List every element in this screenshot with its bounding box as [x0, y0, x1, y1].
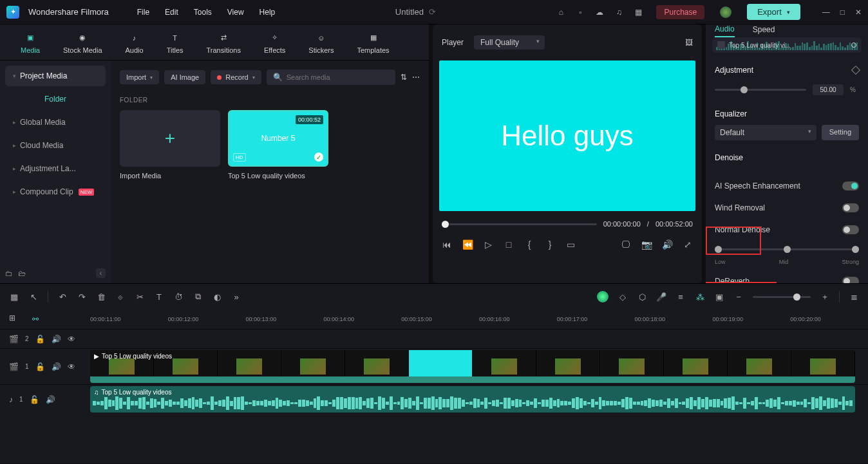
window-maximize[interactable]: □	[840, 8, 845, 17]
lock-icon[interactable]: 🔓	[35, 335, 45, 344]
display-icon[interactable]: 🖵	[621, 239, 631, 250]
stop-icon[interactable]: □	[504, 239, 514, 250]
zoom-out-icon[interactable]: −	[733, 292, 744, 302]
camera-icon[interactable]: 📷	[641, 239, 652, 250]
tab-media[interactable]: ▣Media	[9, 31, 52, 54]
menu-edit[interactable]: Edit	[165, 8, 178, 17]
undo-icon[interactable]: ↶	[57, 292, 68, 302]
ai-image-button[interactable]: AI Image	[164, 70, 205, 84]
color-icon[interactable]: ⧉	[193, 292, 203, 302]
denoise-level-slider[interactable]	[715, 248, 859, 250]
headphones-icon[interactable]: ♫	[614, 7, 624, 17]
zoom-in-icon[interactable]: +	[820, 292, 830, 302]
device-icon[interactable]: ⌂	[556, 7, 566, 17]
audio-clip-card[interactable]: Top 5 Low quality vi...	[712, 37, 862, 53]
shield-icon[interactable]: ⬡	[637, 292, 647, 302]
new-folder-icon[interactable]: 🗀	[5, 269, 13, 278]
crop-icon[interactable]: ⟐	[115, 292, 126, 302]
mixer-icon[interactable]: ≡	[675, 292, 686, 302]
ai-orb-icon[interactable]	[597, 291, 609, 302]
lock-icon[interactable]: 🔓	[35, 362, 45, 371]
tab-audio[interactable]: ♪Audio	[114, 31, 155, 54]
seek-slider[interactable]	[442, 223, 597, 225]
marker-icon[interactable]: ◇	[618, 292, 628, 302]
mark-out-icon[interactable]: }	[545, 239, 555, 250]
aspect-icon[interactable]: ▭	[565, 239, 576, 250]
play-icon[interactable]: ▷	[483, 239, 493, 250]
user-avatar[interactable]	[720, 6, 731, 18]
mute-icon[interactable]: 🔊	[52, 362, 61, 371]
lock-icon[interactable]: 🔓	[30, 395, 39, 404]
fullscreen-icon[interactable]: ⤢	[683, 239, 693, 250]
more-icon[interactable]: ⋯	[412, 73, 420, 82]
mute-icon[interactable]: 🔊	[52, 335, 61, 344]
menu-tools[interactable]: Tools	[194, 8, 212, 17]
dereverb-toggle[interactable]	[842, 277, 859, 283]
mask-icon[interactable]: ◐	[212, 292, 222, 302]
quality-select[interactable]: Full Quality	[474, 35, 545, 50]
tab-stock-media[interactable]: ◉Stock Media	[52, 31, 114, 54]
import-button[interactable]: Import▾	[120, 70, 159, 84]
window-minimize[interactable]: —	[822, 8, 830, 17]
wind-removal-toggle[interactable]	[842, 203, 859, 212]
menu-view[interactable]: View	[227, 8, 244, 17]
tab-effects[interactable]: ✧Effects	[252, 31, 297, 54]
keyframe-dot-icon[interactable]	[851, 42, 856, 48]
speed-icon[interactable]: ⏱	[173, 292, 184, 302]
audio-clip[interactable]: ♫Top 5 Low quality videos	[90, 386, 855, 413]
menu-file[interactable]: File	[137, 8, 149, 17]
sidebar-item-global-media[interactable]: ▸Global Media	[5, 112, 106, 133]
menu-help[interactable]: Help	[259, 8, 276, 17]
zoom-slider[interactable]	[753, 296, 811, 298]
delete-icon[interactable]: 🗑	[96, 292, 106, 302]
split-icon[interactable]: ✂	[135, 292, 145, 302]
adjustment-value[interactable]: 50.00	[813, 84, 844, 95]
purchase-button[interactable]: Purchase	[656, 5, 704, 19]
timeline-ruler[interactable]: ⊞ ⚯ 00:00:11:00 00:00:12:00 00:00:13:00 …	[0, 310, 868, 329]
tl-cursor-icon[interactable]: ↖	[28, 292, 39, 302]
export-button[interactable]: Export ▾	[747, 4, 800, 20]
snapshot-icon[interactable]: 🖼	[685, 38, 693, 47]
keyframe-diamond-icon[interactable]	[851, 66, 860, 75]
equalizer-select[interactable]: Default	[715, 125, 816, 140]
sync-icon[interactable]: ⟳	[429, 7, 436, 17]
media-clip-tile[interactable]: Number 5 00:00:52 HD ✓ Top 5 Low quality…	[228, 110, 328, 180]
eye-icon[interactable]: 👁	[68, 335, 75, 344]
apps-icon[interactable]: ▦	[633, 7, 643, 17]
auto-icon[interactable]: ⁂	[695, 292, 705, 302]
add-track-icon[interactable]: ⊞	[9, 313, 21, 325]
sidebar-item-adjustment-layer[interactable]: ▸Adjustment La...	[5, 158, 106, 179]
right-tab-audio[interactable]: Audio	[715, 24, 735, 37]
normal-denoise-toggle[interactable]	[842, 225, 859, 234]
mute-icon[interactable]: 🔊	[46, 395, 55, 404]
eye-icon[interactable]: 👁	[68, 362, 75, 371]
equalizer-setting-button[interactable]: Setting	[822, 125, 859, 140]
tl-layout-icon[interactable]: ▦	[9, 292, 19, 302]
tab-titles[interactable]: TTitles	[155, 31, 195, 54]
sidebar-item-project-media[interactable]: ▾Project Media	[5, 66, 106, 86]
filter-icon[interactable]: ⇅	[401, 73, 407, 82]
tab-templates[interactable]: ▦Templates	[345, 31, 401, 54]
step-back-icon[interactable]: ⏪	[462, 239, 473, 250]
new-bin-icon[interactable]: 🗁	[18, 269, 26, 278]
right-tab-speed[interactable]: Speed	[753, 25, 775, 37]
text-icon[interactable]: T	[154, 292, 164, 302]
search-input[interactable]	[287, 73, 389, 81]
document-title[interactable]: Untitled	[395, 7, 424, 17]
record-button[interactable]: Record▾	[211, 70, 261, 84]
sidebar-item-compound-clip[interactable]: ▸Compound ClipNEW	[5, 181, 106, 202]
more-tools-icon[interactable]: »	[231, 292, 241, 302]
render-icon[interactable]: ▣	[714, 292, 724, 302]
ai-speech-toggle[interactable]	[842, 181, 859, 190]
link-icon[interactable]: ⚯	[32, 315, 39, 324]
redo-icon[interactable]: ↷	[77, 292, 87, 302]
tl-view-icon[interactable]: ≣	[849, 292, 859, 302]
cloud-upload-icon[interactable]: ☁	[594, 7, 605, 17]
search-input-wrapper[interactable]: 🔍	[267, 70, 395, 85]
save-icon[interactable]: ▫	[575, 7, 585, 17]
prev-frame-icon[interactable]: ⏮	[442, 239, 452, 250]
mic-icon[interactable]: 🎤	[656, 292, 666, 302]
adjustment-slider[interactable]	[715, 89, 806, 91]
video-preview[interactable]: Hello guys	[439, 60, 695, 211]
collapse-sidebar[interactable]: ‹	[96, 268, 106, 278]
